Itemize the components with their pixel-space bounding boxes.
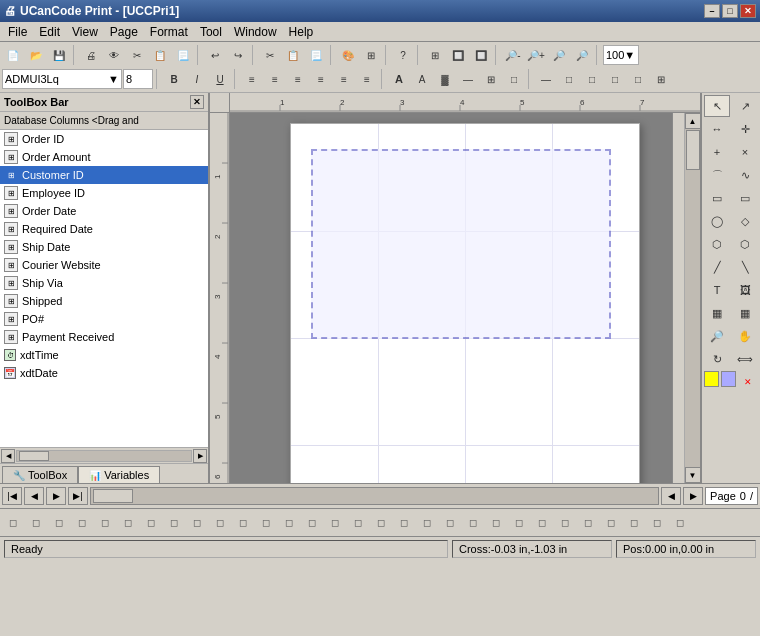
tab-variables[interactable]: 📊 Variables — [78, 466, 160, 483]
crosshair-tool-button[interactable]: ✛ — [732, 118, 758, 140]
vscroll-down-button[interactable]: ▼ — [685, 467, 701, 483]
tile2-button[interactable]: 🔲 — [470, 45, 492, 65]
underline-button[interactable]: U — [209, 69, 231, 89]
justify-button[interactable]: ≡ — [310, 69, 332, 89]
menu-window[interactable]: Window — [228, 23, 283, 41]
font-size-dropdown[interactable]: 8 — [123, 69, 153, 89]
bt-btn-14[interactable]: ◻ — [301, 512, 323, 534]
zoom-tool-button[interactable]: 🔎 — [704, 325, 730, 347]
col-order-id[interactable]: ⊞ Order ID — [0, 130, 208, 148]
nav-last-button[interactable]: ▶| — [68, 487, 88, 505]
hscroll-left-button[interactable]: ◀ — [1, 449, 15, 463]
bt-btn-4[interactable]: ◻ — [71, 512, 93, 534]
open-button[interactable]: 📂 — [25, 45, 47, 65]
align-center-button[interactable]: ≡ — [264, 69, 286, 89]
bt-btn-10[interactable]: ◻ — [209, 512, 231, 534]
align2-button[interactable]: ≡ — [333, 69, 355, 89]
minimize-button[interactable]: – — [704, 4, 720, 18]
line-tool-button[interactable]: ╱ — [704, 256, 730, 278]
bt-btn-11[interactable]: ◻ — [232, 512, 254, 534]
sep-btn[interactable]: □ — [627, 69, 649, 89]
para-tool-button[interactable]: ⬡ — [704, 233, 730, 255]
barcode2-tool-button[interactable]: ▦ — [732, 302, 758, 324]
align3-button[interactable]: ≡ — [356, 69, 378, 89]
menu-format[interactable]: Format — [144, 23, 194, 41]
nav-scrollbar-h[interactable] — [90, 487, 659, 505]
ellipse-tool-button[interactable]: ◯ — [704, 210, 730, 232]
bt-btn-20[interactable]: ◻ — [439, 512, 461, 534]
save-button[interactable]: 💾 — [48, 45, 70, 65]
hscroll-thumb[interactable] — [19, 451, 49, 461]
color-del-button[interactable]: ✕ — [738, 371, 758, 393]
nav-next-button[interactable]: ▶ — [46, 487, 66, 505]
menu-file[interactable]: File — [2, 23, 33, 41]
align-right-button[interactable]: ≡ — [287, 69, 309, 89]
title-bar-controls[interactable]: – □ ✕ — [704, 4, 756, 18]
col-courier-website[interactable]: ⊞ Courier Website — [0, 256, 208, 274]
menu-edit[interactable]: Edit — [33, 23, 66, 41]
col-po[interactable]: ⊞ PO# — [0, 310, 208, 328]
canvas-viewport[interactable] — [230, 113, 684, 483]
select2-tool-button[interactable]: ↗ — [732, 95, 758, 117]
zoom-level-dropdown[interactable]: 100 ▼ — [603, 45, 639, 65]
redo-button[interactable]: ↪ — [227, 45, 249, 65]
color-picker-button[interactable] — [704, 371, 719, 387]
bt-btn-23[interactable]: ◻ — [508, 512, 530, 534]
nav-first-button[interactable]: |◀ — [2, 487, 22, 505]
col-ship-date[interactable]: ⊞ Ship Date — [0, 238, 208, 256]
bt-btn-7[interactable]: ◻ — [140, 512, 162, 534]
rotate-tool-button[interactable]: ↻ — [704, 348, 730, 370]
vscroll-up-button[interactable]: ▲ — [685, 113, 701, 129]
bt-btn-30[interactable]: ◻ — [669, 512, 691, 534]
italic-button[interactable]: I — [186, 69, 208, 89]
bt-btn-29[interactable]: ◻ — [646, 512, 668, 534]
rect2-tool-button[interactable]: ▭ — [732, 187, 758, 209]
rect-tool-button[interactable]: ▭ — [704, 187, 730, 209]
hex-tool-button[interactable]: ⬡ — [732, 233, 758, 255]
bt-btn-28[interactable]: ◻ — [623, 512, 645, 534]
menu-page[interactable]: Page — [104, 23, 144, 41]
vscroll-thumb[interactable] — [686, 130, 700, 170]
bt-btn-22[interactable]: ◻ — [485, 512, 507, 534]
canvas-scrollbar-v[interactable]: ▲ ▼ — [684, 113, 700, 483]
col-customer-id[interactable]: ⊞ Customer ID — [0, 166, 208, 184]
hscroll-right-button[interactable]: ▶ — [193, 449, 207, 463]
bt-btn-1[interactable]: ◻ — [2, 512, 24, 534]
box-button[interactable]: □ — [503, 69, 525, 89]
bold-button[interactable]: B — [163, 69, 185, 89]
menu-help[interactable]: Help — [283, 23, 320, 41]
menu-tool[interactable]: Tool — [194, 23, 228, 41]
color2-picker-button[interactable] — [721, 371, 736, 387]
new-button[interactable]: 📄 — [2, 45, 24, 65]
bt-btn-17[interactable]: ◻ — [370, 512, 392, 534]
nav-scroll-thumb[interactable] — [93, 489, 133, 503]
panel-close-button[interactable]: ✕ — [190, 95, 204, 109]
tile-button[interactable]: 🔲 — [447, 45, 469, 65]
box4-button[interactable]: □ — [604, 69, 626, 89]
x-tool-button[interactable]: × — [732, 141, 758, 163]
bt-btn-2[interactable]: ◻ — [25, 512, 47, 534]
bt-btn-8[interactable]: ◻ — [163, 512, 185, 534]
col-xdt-time[interactable]: ⏱ xdtTime — [0, 346, 208, 364]
image-tool-button[interactable]: 🖼 — [732, 279, 758, 301]
color-button[interactable]: 🎨 — [337, 45, 359, 65]
arc-tool-button[interactable]: ∿ — [732, 164, 758, 186]
bt-btn-19[interactable]: ◻ — [416, 512, 438, 534]
bt-btn-18[interactable]: ◻ — [393, 512, 415, 534]
zoom-fit-button[interactable]: 🔎 — [548, 45, 570, 65]
align-left-button[interactable]: ≡ — [241, 69, 263, 89]
nav-scroll-right-button[interactable]: ▶ — [683, 487, 703, 505]
box3-button[interactable]: □ — [581, 69, 603, 89]
font-color-button[interactable]: A — [388, 69, 410, 89]
grid3-button[interactable]: ⊞ — [480, 69, 502, 89]
bt-btn-9[interactable]: ◻ — [186, 512, 208, 534]
zoom-in-button[interactable]: 🔎+ — [525, 45, 547, 65]
cut-button[interactable]: ✂ — [126, 45, 148, 65]
col-order-amount[interactable]: ⊞ Order Amount — [0, 148, 208, 166]
bt-btn-26[interactable]: ◻ — [577, 512, 599, 534]
font-color2-button[interactable]: A — [411, 69, 433, 89]
preview-button[interactable]: 👁 — [103, 45, 125, 65]
bt-btn-12[interactable]: ◻ — [255, 512, 277, 534]
help-button[interactable]: ? — [392, 45, 414, 65]
vscroll-track[interactable] — [685, 129, 700, 467]
